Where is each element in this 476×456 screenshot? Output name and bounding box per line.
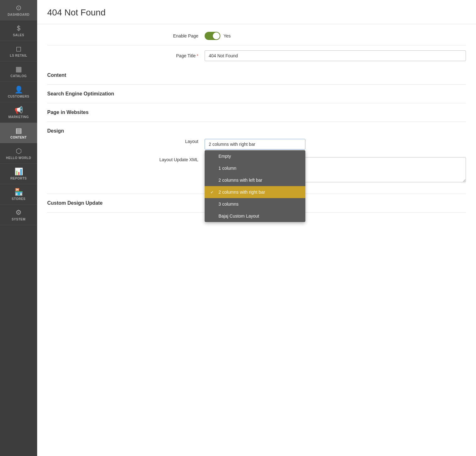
required-marker: * xyxy=(197,53,198,58)
sales-icon: ＄ xyxy=(15,25,22,32)
dropdown-option-3columns[interactable]: 3 columns xyxy=(205,198,305,210)
sidebar: ⊙ DASHBOARD ＄ SALES ◻ LS RETAIL ▦ CATALO… xyxy=(0,0,37,456)
toggle-yes-label: Yes xyxy=(224,33,231,38)
content-section-header: Content xyxy=(47,72,66,78)
toggle-knob xyxy=(213,32,220,39)
dropdown-option-label-1column: 1 column xyxy=(218,166,236,171)
sidebar-item-label-ls-retail: LS RETAIL xyxy=(10,54,27,57)
enable-page-label: Enable Page xyxy=(47,33,205,38)
sidebar-item-label-stores: STORES xyxy=(12,197,26,201)
seo-section-header: Search Engine Optimization xyxy=(47,91,114,96)
dashboard-icon: ⊙ xyxy=(16,4,21,11)
sidebar-item-label-dashboard: DASHBOARD xyxy=(8,13,30,16)
layout-row: Layout Empty 1 column 2 columns with lef… xyxy=(47,134,466,152)
custom-design-header: Custom Design Update xyxy=(47,200,103,206)
page-title: 404 Not Found xyxy=(47,8,466,18)
sidebar-item-reports[interactable]: 📊 REPORTS xyxy=(0,164,37,184)
enable-page-row: Enable Page Yes xyxy=(47,24,466,45)
sidebar-item-label-customers: CUSTOMERS xyxy=(8,95,29,98)
content-section: Content xyxy=(47,66,466,85)
layout-update-xml-label: Layout Update XML xyxy=(47,157,205,162)
page-title-row: Page Title* xyxy=(47,45,466,66)
toggle-wrapper: Yes xyxy=(205,32,231,40)
dropdown-option-2columns-left[interactable]: 2 columns with left bar xyxy=(205,174,305,186)
catalog-icon: ▦ xyxy=(15,66,22,73)
page-title-label: Page Title* xyxy=(47,53,205,58)
reports-icon: 📊 xyxy=(14,168,23,175)
dropdown-option-label-empty: Empty xyxy=(218,154,231,159)
stores-icon: 🏪 xyxy=(14,189,23,196)
dropdown-option-label-2columns-left: 2 columns with left bar xyxy=(218,178,262,183)
content-icon: ▤ xyxy=(15,127,22,134)
dropdown-option-1column[interactable]: 1 column xyxy=(205,162,305,174)
dropdown-option-label-bajaj: Bajaj Custom Layout xyxy=(218,214,259,219)
sidebar-item-ls-retail[interactable]: ◻ LS RETAIL xyxy=(0,41,37,61)
sidebar-item-hello-world[interactable]: ⬡ HELLO WORLD xyxy=(0,143,37,164)
layout-dropdown-menu: Empty 1 column 2 columns with left bar ✓… xyxy=(205,150,305,222)
check-icon-2columns-right: ✓ xyxy=(210,190,215,195)
layout-label: Layout xyxy=(47,139,205,144)
seo-section: Search Engine Optimization xyxy=(47,85,466,103)
form-container: Enable Page Yes Page Title* Content Sear… xyxy=(37,24,476,213)
enable-page-toggle[interactable] xyxy=(205,32,220,40)
layout-select-wrapper: Empty 1 column 2 columns with left bar ✓… xyxy=(205,139,305,150)
sidebar-item-label-catalog: CATALOG xyxy=(10,74,26,78)
dropdown-option-2columns-right[interactable]: ✓ 2 columns with right bar xyxy=(205,186,305,198)
sidebar-item-catalog[interactable]: ▦ CATALOG xyxy=(0,61,37,82)
main-content: 404 Not Found Enable Page Yes Page Title… xyxy=(37,0,476,456)
page-websites-header: Page in Websites xyxy=(47,110,88,115)
sidebar-item-content[interactable]: ▤ CONTENT xyxy=(0,123,37,143)
design-section: Design Layout Empty 1 column 2 columns w… xyxy=(47,122,466,194)
customers-icon: 👤 xyxy=(14,86,23,93)
sidebar-item-customers[interactable]: 👤 CUSTOMERS xyxy=(0,82,37,102)
dropdown-option-label-3columns: 3 columns xyxy=(218,202,239,207)
dropdown-option-label-2columns-right: 2 columns with right bar xyxy=(218,190,265,195)
sidebar-item-marketing[interactable]: 📢 MARKETING xyxy=(0,102,37,123)
page-title-input[interactable] xyxy=(205,50,466,61)
sidebar-item-label-sales: SALES xyxy=(13,33,24,37)
ls-retail-icon: ◻ xyxy=(16,45,21,52)
sidebar-item-label-hello-world: HELLO WORLD xyxy=(6,156,31,160)
page-header: 404 Not Found xyxy=(37,0,476,24)
sidebar-item-label-reports: REPORTS xyxy=(10,177,27,180)
design-section-header: Design xyxy=(47,128,64,134)
sidebar-item-sales[interactable]: ＄ SALES xyxy=(0,20,37,41)
sidebar-item-label-system: SYSTEM xyxy=(12,218,26,221)
sidebar-item-system[interactable]: ⚙ SYSTEM xyxy=(0,205,37,225)
dropdown-option-empty[interactable]: Empty xyxy=(205,150,305,162)
sidebar-item-label-marketing: MARKETING xyxy=(8,115,29,119)
sidebar-item-dashboard[interactable]: ⊙ DASHBOARD xyxy=(0,0,37,20)
system-icon: ⚙ xyxy=(15,209,22,216)
sidebar-item-stores[interactable]: 🏪 STORES xyxy=(0,184,37,205)
page-websites-section: Page in Websites xyxy=(47,103,466,122)
layout-select-input[interactable] xyxy=(205,139,305,150)
dropdown-option-bajaj[interactable]: Bajaj Custom Layout xyxy=(205,210,305,222)
sidebar-item-label-content: CONTENT xyxy=(10,136,27,139)
hello-world-icon: ⬡ xyxy=(16,148,22,155)
marketing-icon: 📢 xyxy=(14,107,23,114)
